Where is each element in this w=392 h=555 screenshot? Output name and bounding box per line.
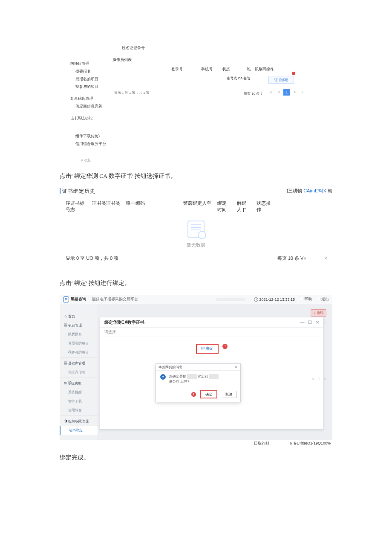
- instruction-select-cert: 点击' 绑定华测 CA 数字证书' 按钮选择证书。: [60, 172, 332, 180]
- side-proj[interactable]: ▤ 项目管理: [60, 321, 98, 330]
- confirm-header-text: 本的网页的消息: [159, 364, 182, 370]
- side-base-a[interactable]: 供应商信息: [60, 368, 98, 377]
- bind-button-host: 排 绑定 1: [100, 344, 323, 354]
- pager: « < 1 > »: [268, 89, 306, 96]
- col-uid-action: 唯一识别码操作: [247, 67, 274, 72]
- side-proj-c[interactable]: 我参与的项目: [60, 348, 98, 357]
- page-size-text: 每页 10 条 7: [244, 91, 262, 96]
- nav-download[interactable]: 组件下载传统): [75, 132, 117, 140]
- empty-state: 暂无数据: [60, 221, 332, 248]
- app-content: × 通销 ⤢ 操作 绑定华测CA数字证书 — ☐ ✕ 请选择 排 绑定: [98, 304, 332, 440]
- nav-joined-projects[interactable]: 找参与的项目: [75, 83, 117, 90]
- background-pager: < 1 >: [311, 377, 327, 381]
- operator-list-panel: 姓名证登录号 操作员列表 国项目管理 找要报名 找报名的项目 找参与的项目 S …: [60, 43, 332, 162]
- nav-credit-platform[interactable]: 信用综合服务平台: [75, 140, 117, 148]
- redacted-icon: ████: [187, 374, 197, 379]
- left-nav: 国项目管理 找要报名 找报名的项目 找参与的项目 S 基础库管理 供应商信息完善…: [70, 55, 117, 148]
- instruction-bind: 点击' 绑定' 按钮进行绑定。: [60, 279, 332, 287]
- side-sys-a[interactable]: 系统提醒: [60, 388, 98, 397]
- nav-supplier-info[interactable]: 供应商信息完善: [75, 102, 117, 110]
- pager-text: 每页 10 条 V« <: [277, 255, 327, 262]
- window-close-icon[interactable]: ✕: [316, 320, 319, 325]
- confirm-cancel-button[interactable]: 取消: [221, 391, 237, 398]
- col-binder: 警蘑绑定人至: [183, 200, 217, 213]
- highlight-dot-icon: [292, 72, 295, 75]
- col-uid: 唯一编码: [126, 200, 183, 213]
- bind-ca-dialog: 绑定华测CA数字证书 — ☐ ✕ 请选择 排 绑定 1: [100, 317, 324, 430]
- window-controls: — ☐ ✕: [297, 317, 319, 328]
- col-status: 状态: [222, 67, 230, 72]
- side-proj-a[interactable]: 限要报名: [60, 330, 98, 339]
- side-sys-c[interactable]: 信用综合: [60, 406, 98, 415]
- help-button[interactable]: □ 帮助: [301, 296, 312, 302]
- callout-2-icon: 2: [191, 392, 196, 397]
- app-topbar: M 黑猫咨询 黑猫电子招标采购交易平台 2021-12-12 13:33:15 …: [60, 295, 332, 304]
- question-icon: ?: [160, 374, 166, 380]
- user-blurred: [216, 298, 245, 301]
- datetime-text: 2021-12-12 13:33:15: [259, 297, 295, 302]
- instruction-done: 绑定完成。: [60, 454, 332, 462]
- empty-text: 暂无数据: [60, 242, 332, 248]
- nav-want-register[interactable]: 找要报名: [75, 67, 117, 75]
- platform-name: 黑猫电子招标采购交易平台: [92, 296, 138, 302]
- redacted-icon: ████: [209, 374, 219, 379]
- screenshot-footnote: 日取的财 6 卷±TltseO1{19Q100%: [60, 440, 332, 447]
- pager-next[interactable]: >: [291, 89, 298, 96]
- chevron-left-icon[interactable]: <: [325, 256, 327, 261]
- range-text: 显示 0 至 UO 项，共 0 项: [66, 255, 118, 262]
- pg-next-icon[interactable]: >: [324, 377, 326, 381]
- title-bar-icon: [60, 188, 61, 194]
- side-sys-b[interactable]: 增件下载: [60, 397, 98, 406]
- window-max-icon[interactable]: ☐: [308, 320, 312, 325]
- pg-prev-icon[interactable]: <: [312, 377, 314, 381]
- pg-1[interactable]: 1: [318, 377, 320, 381]
- cert-history-footer: 显示 0 至 UO 项，共 0 项 每页 10 条 V« <: [66, 255, 327, 262]
- empty-doc-icon: [187, 221, 205, 238]
- cert-history-panel: 证书绑定历史 [三耕物 CAimE¾]X 朝 序证书标号志 证书类证书类 唯一编…: [60, 188, 332, 262]
- col-login: 登录号: [171, 67, 183, 72]
- brand-logo-icon: M: [63, 296, 69, 302]
- col-serial: 序证书标号志: [66, 200, 92, 213]
- nav-base-mgmt[interactable]: S 基础库管理: [70, 95, 117, 102]
- confirm-close-icon[interactable]: ✕: [235, 364, 238, 370]
- pager-current[interactable]: 1: [283, 89, 290, 96]
- confirm-dialog: 本的网页的消息 ✕ ? 您确定要把 ████ 绑定到 ████ 商公司 上吗?: [156, 363, 241, 402]
- cert-bind-button[interactable]: 证书绑定: [268, 76, 294, 84]
- callout-1-icon: 1: [222, 344, 228, 349]
- confirm-text: 您确定要把 ████ 绑定到 ████ 商公司 上吗?: [169, 374, 219, 384]
- nav-applied-projects[interactable]: 找报名的项目: [75, 75, 117, 83]
- dialog-subtitle: 请选择: [100, 328, 323, 337]
- pager-first[interactable]: «: [268, 89, 274, 96]
- nav-system-fn[interactable]: 击 | 系统功能: [70, 114, 117, 122]
- col-phone: 手机号: [201, 67, 213, 72]
- pager-prev[interactable]: <: [276, 89, 282, 96]
- side-base[interactable]: ▤ 基础库管理: [60, 359, 98, 368]
- side-home[interactable]: ☆ 首页: [60, 312, 98, 321]
- table-range-text: 显示 1 到 1 项，共 1 项: [114, 90, 150, 95]
- dialog-title: 绑定华测CA数字证书: [104, 317, 144, 328]
- window-min-icon[interactable]: —: [300, 320, 304, 325]
- col-unbinder: 解绑人 |'': [237, 200, 257, 213]
- side-proj-b[interactable]: 算报名的项目: [60, 339, 98, 348]
- close-pill-button[interactable]: × 通销: [311, 309, 326, 317]
- side-cert-bind[interactable]: 证书绑定: [60, 426, 98, 435]
- cert-history-title: 证书绑定历史: [60, 188, 95, 195]
- col-type: 证书类证书类: [92, 200, 126, 213]
- confirm-ok-button[interactable]: 确定: [200, 390, 217, 398]
- side-team[interactable]: ◑ 组织权限管理: [60, 417, 98, 426]
- nav-project-mgmt[interactable]: 国项目管理: [70, 60, 117, 67]
- brand-name: 黑猫咨询: [71, 296, 86, 302]
- app-sidebar: ☆ 首页 ▤ 项目管理 限要报名 算报名的项目 我参与的项目 ▤ 基础库管理 供…: [60, 304, 98, 440]
- acct-or-ca-label: 账号或 CA 登陆: [227, 76, 252, 81]
- side-sys[interactable]: ⊡ 系统功能: [60, 379, 98, 388]
- col-bind-time: 绑定时间: [217, 200, 237, 213]
- exit-button[interactable]: □ 退出: [318, 296, 329, 302]
- bind-button[interactable]: 排 绑定: [196, 344, 219, 354]
- cert-history-columns: 序证书标号志 证书类证书类 唯一编码 警蘑绑定人至 绑定时间 解绑人 |'' 状…: [66, 200, 328, 213]
- col-status-op: 状态操作: [257, 200, 277, 213]
- link-bind-ca[interactable]: [三耕物 CAimE¾]X 朝: [287, 188, 332, 194]
- pager-last[interactable]: »: [299, 89, 306, 96]
- name-login-col: 姓名证登录号: [122, 45, 145, 51]
- clock-icon: [254, 297, 258, 302]
- sidebar-collapse[interactable]: ≡ 收起: [81, 158, 91, 163]
